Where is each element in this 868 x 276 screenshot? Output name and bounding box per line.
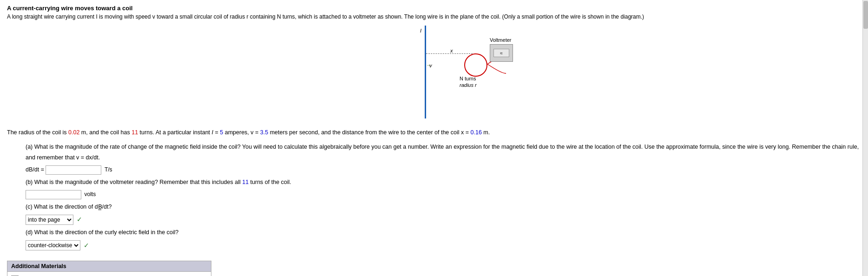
radius-value: 0.02 bbox=[68, 129, 79, 136]
additional-materials: Additional Materials Section 22.2 bbox=[7, 261, 211, 276]
v-label: v bbox=[429, 63, 432, 68]
question-d-text: (d) What is the direction of the curly e… bbox=[26, 229, 178, 236]
problem-params: The radius of the coil is 0.02 m, and th… bbox=[7, 128, 861, 137]
d-checkmark: ✓ bbox=[84, 242, 89, 249]
question-a-input-row: dB/dt = T/s bbox=[26, 164, 861, 175]
direction-db-select[interactable]: into the page out of the page bbox=[26, 215, 73, 225]
question-c: (c) What is the direction of dB̲/dt? bbox=[26, 202, 861, 212]
scrollbar-thumb[interactable] bbox=[863, 1, 868, 29]
dbdt-unit: T/s bbox=[105, 166, 112, 173]
dbdt-input[interactable] bbox=[46, 165, 101, 175]
problem-description: A long straight wire carrying current I … bbox=[7, 13, 861, 21]
diagram-inner: I x → v bbox=[353, 26, 515, 118]
question-d: (d) What is the direction of the curly e… bbox=[26, 227, 861, 238]
page-wrapper: A current-carrying wire moves toward a c… bbox=[0, 0, 868, 276]
dotted-line bbox=[426, 53, 473, 54]
problem-title: A current-carrying wire moves toward a c… bbox=[7, 5, 861, 12]
question-b-input-row: volts bbox=[26, 189, 861, 200]
question-c-text: (c) What is the direction of dB̲/dt? bbox=[26, 204, 112, 210]
question-d-input-row: counter-clockwise clockwise ✓ bbox=[26, 240, 861, 251]
radius-label: radius r bbox=[460, 82, 477, 88]
question-a: (a) What is the magnitude of the rate of… bbox=[26, 142, 861, 163]
questions-section: (a) What is the magnitude of the rate of… bbox=[26, 142, 861, 251]
voltmeter-display: ≈ bbox=[493, 49, 509, 57]
dbdt-label: dB/dt = bbox=[26, 166, 46, 173]
additional-materials-body: Section 22.2 bbox=[7, 272, 211, 276]
x-label: x bbox=[450, 48, 453, 53]
c-checkmark: ✓ bbox=[77, 216, 82, 223]
I-value: 5 bbox=[220, 129, 223, 136]
n-turns-label: N turns bbox=[460, 76, 476, 81]
question-b-text: (b) What is the magnitude of the voltmet… bbox=[26, 179, 291, 185]
question-a-text: (a) What is the magnitude of the rate of… bbox=[26, 144, 859, 161]
x-value: 0.16 bbox=[471, 129, 482, 136]
scrollbar[interactable] bbox=[862, 0, 868, 276]
voltmeter-input[interactable] bbox=[26, 190, 81, 199]
direction-efield-select[interactable]: counter-clockwise clockwise bbox=[26, 240, 80, 250]
i-label: I bbox=[420, 28, 421, 33]
problem-container: A current-carrying wire moves toward a c… bbox=[7, 5, 861, 276]
voltmeter-unit: volts bbox=[84, 191, 96, 197]
question-b: (b) What is the magnitude of the voltmet… bbox=[26, 177, 861, 188]
question-c-input-row: into the page out of the page ✓ bbox=[26, 214, 861, 225]
turns-value: 11 bbox=[132, 129, 138, 136]
additional-materials-header: Additional Materials bbox=[7, 261, 211, 272]
wire-vertical bbox=[425, 26, 426, 118]
diagram-container: I x → v bbox=[7, 26, 861, 118]
voltmeter-label: Voltmeter bbox=[490, 37, 511, 43]
v-value: 3.5 bbox=[260, 129, 268, 136]
voltmeter-box: ≈ bbox=[490, 44, 513, 62]
